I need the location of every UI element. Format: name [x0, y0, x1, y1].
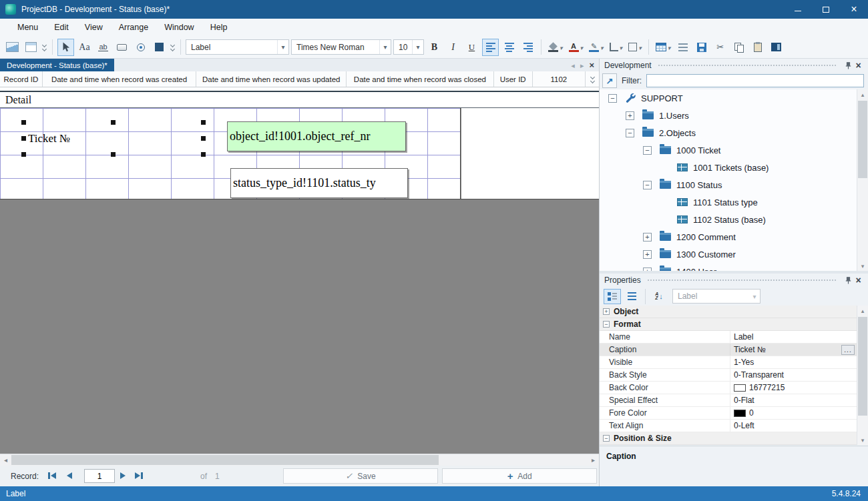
report-button[interactable]: [4, 39, 21, 56]
menu-item-arrange[interactable]: Arrange: [111, 23, 156, 32]
selection-handle[interactable]: [111, 120, 116, 125]
tree-item-1001-tickets-base[interactable]: 1001 Tickets (base): [600, 159, 857, 176]
tree-item-1400[interactable]: + 1400 User: [600, 263, 857, 271]
panel-toggle-button[interactable]: [768, 39, 785, 56]
maximize-button[interactable]: [812, 0, 840, 19]
textbox-tool-button[interactable]: [95, 39, 112, 56]
expand-icon[interactable]: +: [626, 111, 634, 120]
property-row-text-align[interactable]: Text Align 0-Left: [600, 420, 857, 432]
record-next-button[interactable]: [120, 471, 126, 480]
locate-object-button[interactable]: [602, 73, 617, 88]
panel-grip[interactable]: [647, 279, 837, 282]
menu-item-view[interactable]: View: [77, 23, 111, 32]
selection-handle[interactable]: [201, 152, 206, 157]
tree-item-1300-customer[interactable]: + 1300 Customer: [600, 245, 857, 263]
tree-item-2objects[interactable]: − 2.Objects: [600, 124, 857, 141]
property-value[interactable]: 0-Flat: [734, 396, 754, 405]
table-button[interactable]: [654, 39, 673, 56]
scroll-right-arrow[interactable]: [588, 454, 599, 466]
selection-handle[interactable]: [111, 152, 116, 157]
selection-handle[interactable]: [21, 152, 26, 157]
menu-item-window[interactable]: Window: [156, 23, 202, 32]
underline-button[interactable]: [463, 39, 480, 56]
minimize-button[interactable]: [784, 0, 812, 19]
form-button[interactable]: [23, 39, 39, 56]
tree-item-1102-status-base[interactable]: 1102 Status (base): [600, 211, 857, 228]
close-button[interactable]: [840, 0, 868, 19]
selection-handle[interactable]: [21, 136, 26, 141]
align-left-button[interactable]: [482, 39, 499, 56]
scroll-down-arrow[interactable]: [857, 261, 868, 271]
font-size-select[interactable]: 10: [393, 39, 424, 55]
field-record-id[interactable]: Record ID: [0, 71, 43, 87]
object-id-textbox[interactable]: object_id!1001.object_ref_nr: [227, 121, 406, 151]
copy-button[interactable]: [730, 39, 747, 56]
fill-color-button[interactable]: [546, 39, 565, 56]
button-tool-button[interactable]: [114, 39, 130, 56]
tab-development-status-base[interactable]: Development - Status (base)*: [0, 59, 114, 71]
property-value[interactable]: 0: [749, 408, 754, 418]
property-row-visible[interactable]: Visible 1-Yes: [600, 356, 857, 369]
expand-icon[interactable]: +: [643, 250, 652, 259]
sort-button[interactable]: [650, 289, 668, 304]
italic-button[interactable]: [445, 39, 461, 56]
alphabetical-view-button[interactable]: [623, 289, 640, 304]
border-color-button[interactable]: [587, 39, 606, 56]
selection-handle[interactable]: [201, 120, 206, 125]
tree-item-1101-status-type[interactable]: 1101 Status type: [600, 193, 857, 211]
ellipsis-button[interactable]: ...: [841, 345, 855, 355]
status-type-textbox[interactable]: status_type_id!1101.status_ty: [230, 168, 408, 198]
selection-handle[interactable]: [201, 136, 206, 141]
pin-icon[interactable]: [843, 62, 853, 69]
label-tool-button[interactable]: [76, 39, 93, 56]
font-family-select[interactable]: Times New Roman: [291, 39, 391, 55]
menu-item-edit[interactable]: Edit: [46, 23, 77, 32]
tree-item-1100-status[interactable]: − 1100 Status: [600, 176, 857, 193]
menu-item-help[interactable]: Help: [202, 23, 236, 32]
property-row-caption[interactable]: Caption Ticket № ...: [600, 344, 857, 356]
property-row-back-color[interactable]: Back Color 16777215: [600, 382, 857, 394]
save-button[interactable]: Save: [283, 468, 438, 484]
designer-canvas[interactable]: Detail Ticket № object_id!1001.object_re…: [0, 87, 599, 454]
property-row-fore-color[interactable]: Fore Color 0: [600, 407, 857, 420]
section-header-detail[interactable]: Detail: [0, 91, 599, 108]
property-group-object[interactable]: Object: [600, 306, 857, 318]
ticket-label[interactable]: Ticket №: [24, 123, 203, 154]
property-value[interactable]: 0-Left: [734, 421, 754, 430]
tools-overflow-icon[interactable]: [170, 43, 176, 51]
categorized-view-button[interactable]: [604, 289, 621, 304]
select-tool-button[interactable]: [57, 39, 74, 56]
border-box-button[interactable]: [626, 39, 644, 56]
collapse-icon[interactable]: −: [608, 94, 617, 103]
style-select[interactable]: Label: [186, 39, 289, 55]
tree-item-1000-ticket[interactable]: − 1000 Ticket: [600, 141, 857, 159]
collapse-icon[interactable]: [603, 321, 610, 328]
add-button[interactable]: Add: [442, 468, 597, 484]
collapse-icon[interactable]: −: [626, 129, 634, 137]
tree-scrollbar[interactable]: [857, 89, 868, 271]
scroll-left-arrow[interactable]: [0, 454, 11, 466]
tab-scroll-right-button[interactable]: [580, 61, 584, 70]
tab-close-button[interactable]: [589, 60, 594, 70]
property-value[interactable]: Ticket №: [734, 345, 766, 354]
object-selector[interactable]: Label: [672, 289, 761, 304]
record-last-button[interactable]: [135, 471, 143, 480]
expand-icon[interactable]: +: [643, 233, 652, 241]
scroll-thumb[interactable]: [858, 101, 867, 178]
property-value[interactable]: 16777215: [749, 383, 785, 392]
save-icon-button[interactable]: [693, 39, 710, 56]
tree-item-support[interactable]: − SUPPORT: [600, 89, 857, 107]
property-row-name[interactable]: Name Label: [600, 331, 857, 344]
property-value[interactable]: 0-Transparent: [734, 370, 784, 380]
field-updated[interactable]: Date and time when record was updated: [196, 71, 347, 87]
group-overflow-icon[interactable]: [41, 43, 47, 51]
panel-grip[interactable]: [658, 64, 837, 67]
horizontal-scrollbar[interactable]: [0, 454, 599, 466]
pin-icon[interactable]: [843, 277, 853, 284]
tree-item-1users[interactable]: + 1.Users: [600, 107, 857, 124]
form-grid[interactable]: Ticket № object_id!1001.object_ref_nr st…: [0, 108, 461, 199]
scroll-thumb[interactable]: [11, 455, 439, 465]
field-closed[interactable]: Date and time when record was closed: [347, 71, 494, 87]
field-list-button[interactable]: [674, 39, 691, 56]
tree-item-1200-comment[interactable]: + 1200 Comment: [600, 228, 857, 245]
